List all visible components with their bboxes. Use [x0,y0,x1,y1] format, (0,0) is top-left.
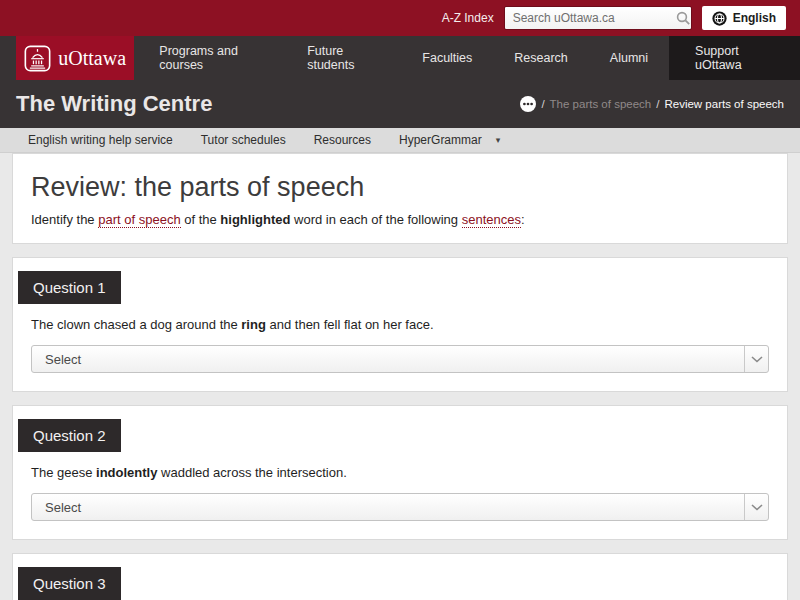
breadcrumb-ellipsis-icon[interactable] [520,96,536,112]
question-card-2: Question 2 The geese indolently waddled … [12,405,788,540]
sentence-part: and then fell flat on her face. [266,317,434,332]
nav-item-research[interactable]: Research [493,36,589,80]
nav-item-programs-and-courses[interactable]: Programs and courses [138,36,286,80]
subnav-item-resources[interactable]: Resources [300,133,385,147]
search-box [504,6,692,30]
question-3-header: Question 3 [18,567,121,600]
sentences-link[interactable]: sentences [462,212,521,228]
main-nav-links: Programs and courses Future students Fac… [138,36,800,80]
language-label: English [733,11,776,25]
subnav-item-tutor-schedules[interactable]: Tutor schedules [187,133,300,147]
breadcrumb-current: Review parts of speech [664,98,784,110]
part-of-speech-link[interactable]: part of speech [98,212,180,228]
subnav-hypergrammar-label: HyperGrammar [399,133,482,147]
select-chevron-icon [744,494,768,520]
highlighted-word: indolently [96,465,157,480]
question-1-sentence: The clown chased a dog around the ring a… [31,317,769,332]
sentence-part: The geese [31,465,96,480]
globe-icon [712,11,727,26]
page-title: Review: the parts of speech [31,172,769,203]
question-2-answer-select[interactable]: Select [31,493,769,521]
select-chevron-icon [744,346,768,372]
select-value: Select [32,500,744,515]
nav-item-faculties[interactable]: Faculties [401,36,493,80]
intro-text-part: : [521,212,525,227]
breadcrumb: / The parts of speech / Review parts of … [520,96,784,112]
search-icon[interactable] [676,7,691,29]
breadcrumb-separator: / [656,98,659,110]
search-input[interactable] [505,11,676,25]
section-nav: English writing help service Tutor sched… [0,128,800,153]
breadcrumb-parent-link[interactable]: The parts of speech [550,98,652,110]
intro-card: Review: the parts of speech Identify the… [12,153,788,244]
sentence-part: The clown chased a dog around the [31,317,241,332]
nav-item-future-students[interactable]: Future students [286,36,401,80]
question-1-answer-select[interactable]: Select [31,345,769,373]
select-value: Select [32,352,744,367]
nav-item-support-uottawa[interactable]: Support uOttawa [669,36,800,80]
question-2-sentence: The geese indolently waddled across the … [31,465,769,480]
question-card-1: Question 1 The clown chased a dog around… [12,257,788,392]
site-header: The Writing Centre / The parts of speech… [0,80,800,128]
subnav-item-english-writing-help[interactable]: English writing help service [14,133,187,147]
question-2-header: Question 2 [18,419,121,452]
chevron-down-icon: ▾ [496,135,501,145]
nav-item-alumni[interactable]: Alumni [589,36,669,80]
breadcrumb-separator: / [541,98,544,110]
intro-text-part: word in each of the following [290,212,461,227]
language-button[interactable]: English [702,6,786,30]
highlighted-word: ring [241,317,266,332]
az-index-link[interactable]: A-Z Index [442,11,494,25]
intro-text-part: of the [181,212,221,227]
main-nav: uOttawa Programs and courses Future stud… [0,36,800,80]
subnav-item-hypergrammar[interactable]: HyperGrammar▾ [385,133,514,147]
sentence-part: waddled across the intersection. [157,465,346,480]
uottawa-wordmark: uOttawa [58,47,126,70]
intro-text: Identify the part of speech of the highl… [31,212,769,227]
uottawa-logo[interactable]: uOttawa [16,36,134,80]
intro-bold-word: highlighted [220,212,290,227]
site-title: The Writing Centre [16,91,212,117]
question-1-header: Question 1 [18,271,121,304]
utility-bar: A-Z Index English [0,0,800,36]
intro-text-part: Identify the [31,212,98,227]
main-content: Review: the parts of speech Identify the… [0,153,800,600]
question-card-3: Question 3 [12,553,788,600]
uottawa-building-icon [24,45,51,72]
